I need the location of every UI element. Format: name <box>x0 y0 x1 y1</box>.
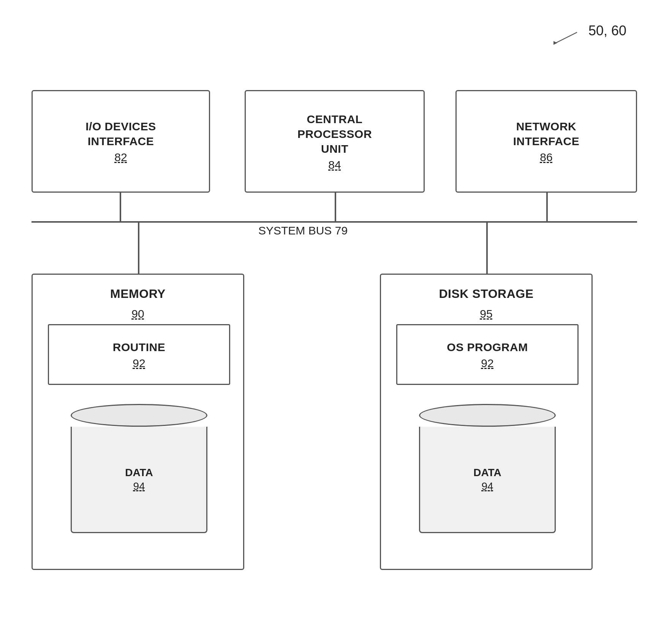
diagram: 50, 60 I/O DEVICESINTERFACE 82 CENTRALPR… <box>0 0 672 619</box>
inner-box-os-program: OS PROGRAM 92 <box>396 324 579 385</box>
disk-data-label: DATA <box>473 467 501 479</box>
bus-label: SYSTEM BUS 79 <box>258 224 348 237</box>
connector-bus-memory <box>138 222 139 275</box>
cylinder-disk-data: DATA 94 <box>419 404 556 533</box>
system-bus-line <box>32 221 637 223</box>
ref-label: 50, 60 <box>588 23 626 39</box>
memory-data-number: 94 <box>133 480 145 492</box>
cpu-label: CENTRALPROCESSORUNIT <box>297 112 372 156</box>
cpu-number: 84 <box>328 158 341 171</box>
box-disk: DISK STORAGE 95 OS PROGRAM 92 DATA 94 <box>380 274 593 570</box>
memory-number: 90 <box>131 307 144 320</box>
box-net: NETWORKINTERFACE 86 <box>455 90 637 193</box>
net-number: 86 <box>540 151 552 164</box>
os-program-label: OS PROGRAM <box>447 340 528 355</box>
connector-io-bus <box>120 193 121 223</box>
connector-bus-disk <box>486 222 488 275</box>
io-number: 82 <box>114 151 127 164</box>
routine-number: 92 <box>133 357 145 370</box>
box-cpu: CENTRALPROCESSORUNIT 84 <box>245 90 425 193</box>
net-label: NETWORKINTERFACE <box>513 119 580 149</box>
disk-label: DISK STORAGE <box>439 286 534 302</box>
memory-label: MEMORY <box>110 286 166 302</box>
svg-marker-1 <box>553 41 557 45</box>
disk-data-number: 94 <box>481 480 493 492</box>
disk-number: 95 <box>480 307 492 320</box>
connector-cpu-bus <box>335 193 336 223</box>
inner-box-routine: ROUTINE 92 <box>48 324 230 385</box>
ref-arrow <box>550 30 581 46</box>
connector-net-bus <box>546 193 548 223</box>
io-label: I/O DEVICESINTERFACE <box>85 119 156 149</box>
box-memory: MEMORY 90 ROUTINE 92 DATA 94 <box>32 274 244 570</box>
cylinder-memory-data: DATA 94 <box>71 404 207 533</box>
memory-data-label: DATA <box>125 467 153 479</box>
routine-label: ROUTINE <box>113 340 166 355</box>
box-io: I/O DEVICESINTERFACE 82 <box>32 90 210 193</box>
svg-line-0 <box>554 32 577 44</box>
os-program-number: 92 <box>481 357 493 370</box>
